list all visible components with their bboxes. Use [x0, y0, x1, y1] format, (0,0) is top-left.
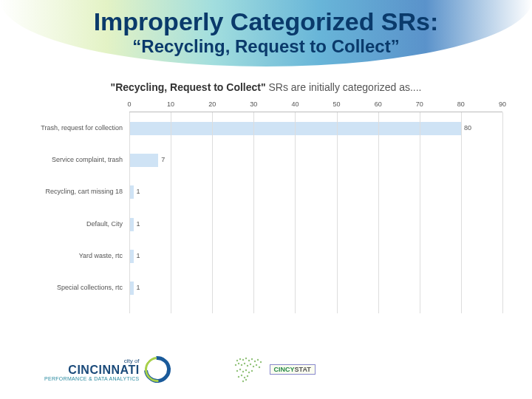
- chart-title-prefix: "Recycling, Request to Collect": [111, 81, 266, 93]
- svg-point-22: [248, 372, 249, 373]
- svg-point-26: [243, 377, 245, 378]
- y-category-label: Service complaint, trash: [30, 157, 126, 163]
- svg-point-23: [250, 370, 252, 372]
- bar-value-label: 1: [137, 188, 140, 195]
- logo-cincinnati-text: CINCINNATI: [44, 364, 140, 376]
- y-category-label: Default, City: [30, 221, 126, 228]
- gridline: [461, 112, 462, 313]
- x-tick-label: 10: [167, 100, 174, 108]
- logo-performance-text: PERFORMANCE & DATA ANALYTICS: [44, 376, 140, 381]
- svg-point-2: [242, 359, 243, 361]
- cincystat-label: CINCYSTAT: [270, 364, 316, 375]
- gridline: [295, 112, 296, 313]
- cincinnati-logo: city of CINCINNATI PERFORMANCE & DATA AN…: [44, 356, 171, 383]
- y-category-label: Recycling, cart missing 18: [30, 189, 126, 196]
- slide-subtitle: “Recycling, Request to Collect”: [0, 36, 532, 57]
- svg-point-4: [248, 360, 249, 361]
- bar-value-label: 1: [137, 252, 140, 259]
- x-tick-label: 60: [375, 100, 382, 108]
- cincinnati-c-icon: [138, 351, 176, 389]
- slide-title: Improperly Categorized SRs:: [0, 0, 532, 36]
- gridline: [129, 112, 130, 313]
- chart-container: "Recycling, Request to Collect" SRs are …: [22, 81, 510, 325]
- x-tick-label: 40: [291, 100, 299, 108]
- chart-title-suffix: SRs are initially categorized as....: [266, 81, 422, 93]
- svg-point-12: [243, 363, 245, 364]
- chart-plot-area: Trash, request for collectionService com…: [30, 99, 502, 313]
- y-category-label: Trash, request for collection: [30, 125, 126, 132]
- bar-value-label: 1: [137, 284, 140, 291]
- footer-logos: city of CINCINNATI PERFORMANCE & DATA AN…: [44, 347, 488, 392]
- gridline: [378, 112, 379, 313]
- svg-point-7: [256, 359, 258, 361]
- gridline: [171, 112, 171, 313]
- svg-point-19: [239, 369, 240, 370]
- svg-point-28: [242, 381, 243, 382]
- gridline: [420, 112, 420, 313]
- svg-point-15: [252, 366, 253, 367]
- gridline: [212, 112, 213, 313]
- bar: [129, 154, 158, 167]
- y-category-label: Special collections, rtc: [30, 285, 126, 292]
- svg-point-14: [249, 364, 250, 365]
- svg-point-21: [245, 369, 246, 371]
- x-tick-label: 20: [208, 100, 216, 108]
- svg-point-9: [234, 364, 236, 366]
- svg-point-16: [255, 364, 256, 366]
- x-tick-label: 0: [127, 100, 131, 108]
- y-category-label: Yard waste, rtc: [30, 253, 126, 259]
- svg-point-29: [245, 379, 246, 381]
- cincystat-map-icon: [230, 355, 267, 384]
- svg-point-5: [250, 358, 252, 360]
- svg-point-20: [242, 371, 243, 372]
- svg-point-10: [237, 363, 239, 364]
- gridline: [502, 112, 503, 313]
- svg-point-25: [240, 375, 242, 376]
- svg-point-24: [237, 376, 239, 378]
- x-tick-label: 70: [416, 100, 423, 108]
- svg-point-6: [253, 361, 255, 362]
- x-tick-label: 80: [457, 100, 465, 108]
- x-tick-label: 90: [499, 100, 506, 108]
- svg-point-0: [236, 360, 237, 361]
- svg-point-1: [239, 358, 240, 360]
- x-tick-label: 50: [333, 100, 341, 108]
- svg-point-11: [240, 364, 242, 366]
- cincystat-logo: CINCYSTAT: [230, 355, 316, 384]
- svg-point-3: [245, 358, 246, 359]
- svg-point-13: [246, 365, 248, 366]
- bar-value-label: 1: [137, 220, 140, 228]
- svg-point-17: [258, 366, 259, 368]
- svg-point-8: [259, 361, 261, 363]
- svg-point-27: [246, 375, 248, 377]
- bar-value-label: 7: [161, 156, 165, 163]
- svg-point-18: [236, 370, 237, 372]
- gridline: [337, 112, 338, 313]
- x-tick-label: 30: [250, 100, 257, 108]
- gridline: [253, 112, 254, 313]
- chart-title: "Recycling, Request to Collect" SRs are …: [22, 81, 510, 93]
- bar-value-label: 80: [464, 124, 471, 132]
